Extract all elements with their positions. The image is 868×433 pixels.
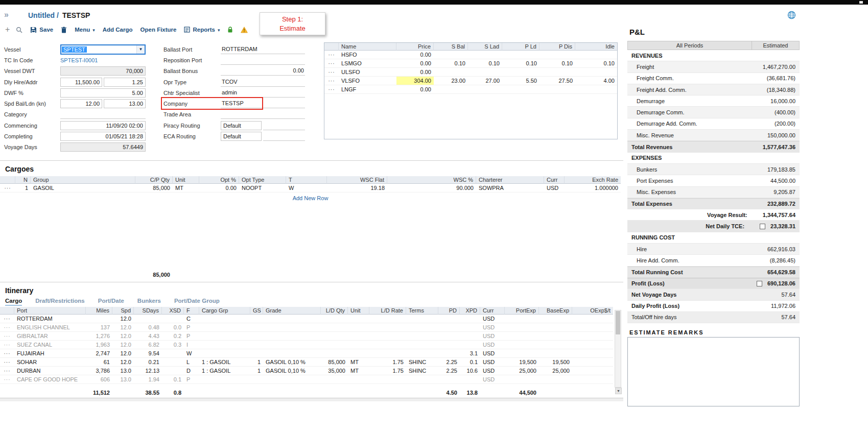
commencing-field[interactable]: 11/09/20 02:00: [60, 121, 146, 130]
row-menu-icon[interactable]: [0, 358, 14, 367]
port-cell[interactable]: GIBRALTAR: [14, 332, 86, 341]
dwf-field[interactable]: 5.00: [60, 88, 146, 98]
curr-cell[interactable]: USD: [480, 358, 505, 367]
add-cargo-button[interactable]: Add Cargo: [103, 27, 133, 33]
fuel-name-cell[interactable]: HSFO: [339, 51, 396, 59]
portexp-cell[interactable]: [505, 341, 539, 349]
baseexp-cell[interactable]: [539, 332, 572, 341]
n-cell[interactable]: 1: [15, 184, 31, 193]
idle-cell[interactable]: 0.10: [575, 59, 617, 68]
s-lad-cell[interactable]: 0.10: [468, 59, 502, 68]
sdays-cell[interactable]: 12.13: [134, 367, 162, 375]
unit-cell[interactable]: [348, 332, 369, 341]
ld-qty-cell[interactable]: [321, 332, 348, 341]
add-new-row-link[interactable]: Add New Row: [0, 193, 621, 201]
spd-cell[interactable]: 13.0: [112, 375, 134, 384]
tab-draft-restrictions[interactable]: Draft/Restrictions: [35, 298, 85, 306]
tab-bunkers[interactable]: Bunkers: [137, 298, 161, 306]
row-menu-icon[interactable]: [0, 375, 14, 384]
terms-cell[interactable]: SHINC: [406, 358, 438, 367]
baseexp-cell[interactable]: 25,000: [539, 367, 572, 375]
baseexp-cell[interactable]: 19,500: [539, 358, 572, 367]
f-cell[interactable]: W: [184, 349, 199, 358]
xpd-cell[interactable]: 0.1: [460, 358, 480, 367]
row-menu-icon[interactable]: [0, 341, 14, 349]
oexp-cell[interactable]: [572, 349, 613, 358]
scrollbar-thumb[interactable]: [616, 311, 620, 334]
row-menu-icon[interactable]: [0, 184, 15, 193]
ld-qty-cell[interactable]: [321, 341, 348, 349]
f-cell[interactable]: D: [184, 367, 199, 375]
cargo-grp-cell[interactable]: [199, 323, 250, 332]
wsc-flat-cell[interactable]: 19.18: [327, 184, 387, 193]
menu-button[interactable]: Menu ▾: [75, 27, 95, 33]
gs-cell[interactable]: 1: [250, 367, 263, 375]
vessel-combobox[interactable]: SPTEST ▼: [60, 44, 146, 55]
grade-cell[interactable]: [263, 349, 321, 358]
gs-cell[interactable]: [250, 341, 263, 349]
ld-rate-cell[interactable]: [369, 323, 406, 332]
f-cell[interactable]: L: [184, 358, 199, 367]
pd-cell[interactable]: 2.25: [438, 358, 460, 367]
curr-cell[interactable]: USD: [480, 341, 505, 349]
row-menu-icon[interactable]: [0, 349, 14, 358]
pd-cell[interactable]: [438, 349, 460, 358]
oexp-cell[interactable]: [572, 358, 613, 367]
xpd-cell[interactable]: 3.1: [460, 349, 480, 358]
price-cell-highlighted[interactable]: 304.00: [396, 77, 434, 85]
ld-qty-cell[interactable]: [321, 315, 348, 323]
s-bal-cell[interactable]: 0.10: [434, 59, 468, 68]
oexp-cell[interactable]: [572, 315, 613, 323]
spd-cell[interactable]: 12.0: [112, 341, 134, 349]
ld-rate-cell[interactable]: [369, 332, 406, 341]
ld-rate-cell[interactable]: [369, 315, 406, 323]
idle-cell[interactable]: [575, 51, 617, 59]
port-cell[interactable]: DURBAN: [14, 367, 86, 375]
sdays-cell[interactable]: 1.94: [134, 375, 162, 384]
ld-rate-cell[interactable]: 1.75: [369, 367, 406, 375]
ld-qty-cell[interactable]: [321, 375, 348, 384]
grade-cell[interactable]: [263, 341, 321, 349]
port-cell[interactable]: FUJAIRAH: [14, 349, 86, 358]
s-lad-cell[interactable]: [468, 85, 502, 94]
eca-routing-extra-field[interactable]: [263, 132, 305, 141]
combo-arrow-icon[interactable]: ▼: [136, 45, 145, 54]
portexp-cell[interactable]: [505, 375, 539, 384]
tc-in-code-link[interactable]: SPTEST-I0001: [60, 57, 98, 63]
net-daily-tce-checkbox[interactable]: [760, 224, 765, 229]
spd-cell[interactable]: 13.0: [112, 367, 134, 375]
xpd-cell[interactable]: [460, 375, 480, 384]
window-control-icon[interactable]: [859, 1, 863, 4]
p-ld-cell[interactable]: 5.50: [502, 77, 539, 85]
ld-rate-cell[interactable]: [369, 349, 406, 358]
eca-routing-field[interactable]: Default: [221, 132, 262, 141]
miles-cell[interactable]: 2,747: [86, 349, 112, 358]
unit-cell[interactable]: MT: [173, 184, 199, 193]
opt-type-cell[interactable]: NOOPT: [239, 184, 286, 193]
price-cell[interactable]: 0.00: [396, 59, 434, 68]
gs-cell[interactable]: [250, 315, 263, 323]
s-bal-cell[interactable]: [434, 68, 468, 77]
estimate-remarks-input[interactable]: [627, 337, 800, 406]
s-lad-cell[interactable]: 27.00: [468, 77, 502, 85]
idle-cell[interactable]: 4.00: [575, 77, 617, 85]
row-menu-icon[interactable]: [0, 323, 14, 332]
row-menu-icon[interactable]: [324, 68, 339, 77]
collapse-panel-icon[interactable]: »: [4, 10, 9, 19]
baseexp-cell[interactable]: [539, 349, 572, 358]
ballast-bonus-field[interactable]: 0.00: [221, 66, 305, 76]
globe-icon[interactable]: [787, 11, 796, 20]
xsd-cell[interactable]: 0.0: [162, 323, 184, 332]
miles-cell[interactable]: 606: [86, 375, 112, 384]
terms-cell[interactable]: [406, 349, 438, 358]
grade-cell[interactable]: [263, 375, 321, 384]
f-cell[interactable]: I: [184, 341, 199, 349]
portexp-cell[interactable]: [505, 332, 539, 341]
row-menu-icon[interactable]: [324, 85, 339, 94]
price-cell[interactable]: 0.00: [396, 51, 434, 59]
miles-cell[interactable]: 1,963: [86, 341, 112, 349]
delete-button[interactable]: [61, 27, 67, 33]
port-cell[interactable]: SUEZ CANAL: [14, 341, 86, 349]
xsd-cell[interactable]: 0.3: [162, 341, 184, 349]
scroll-down-icon[interactable]: ▼: [615, 388, 622, 394]
